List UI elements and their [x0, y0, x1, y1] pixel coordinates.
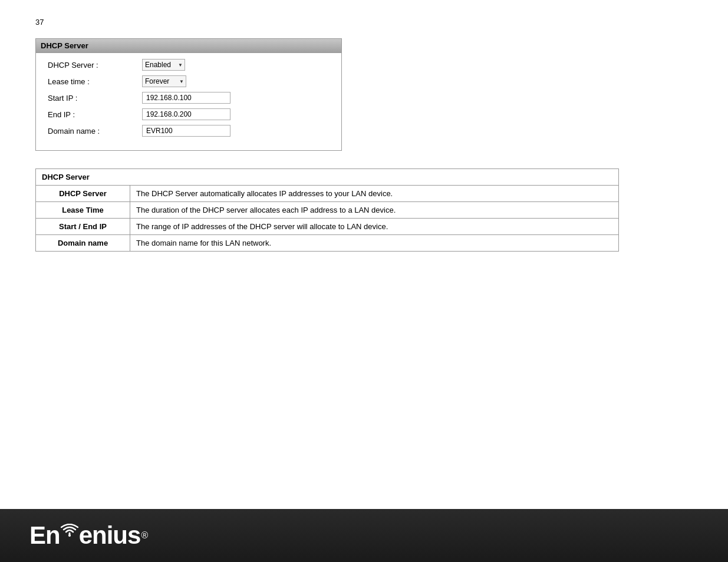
ref-term-1: Lease Time — [36, 202, 130, 219]
ref-desc-3: The domain name for this LAN network. — [130, 235, 619, 252]
start-ip-input[interactable] — [142, 92, 230, 104]
logo-text-2: enius — [79, 521, 141, 550]
start-ip-row: Start IP : — [48, 92, 330, 104]
ref-term-2: Start / End IP — [36, 219, 130, 235]
ref-table-header-row: DHCP Server — [36, 169, 619, 186]
ref-table-row-3: Domain name The domain name for this LAN… — [36, 235, 619, 252]
lease-time-value: Forever 1 Hour 2 Hours 12 Hours 1 Day — [142, 75, 186, 87]
footer: En enius ® — [0, 509, 728, 562]
domain-name-row: Domain name : — [48, 125, 330, 137]
dhcp-server-select-wrapper[interactable]: Enabled Disabled — [142, 59, 185, 71]
wifi-svg — [61, 524, 78, 537]
start-ip-value — [142, 92, 230, 104]
logo-text: En — [29, 521, 60, 550]
domain-name-input[interactable] — [142, 125, 230, 137]
svg-point-0 — [68, 534, 71, 537]
dhcp-server-select[interactable]: Enabled Disabled — [142, 59, 185, 71]
lease-time-row: Lease time : Forever 1 Hour 2 Hours 12 H… — [48, 75, 330, 87]
ref-desc-1: The duration of the DHCP server allocate… — [130, 202, 619, 219]
end-ip-label: End IP : — [48, 110, 142, 119]
end-ip-input[interactable] — [142, 108, 230, 120]
dhcp-server-label: DHCP Server : — [48, 61, 142, 70]
page-number: 37 — [35, 18, 44, 27]
ref-term-3: Domain name — [36, 235, 130, 252]
registered-symbol: ® — [141, 530, 148, 541]
ref-table-row-1: Lease Time The duration of the DHCP serv… — [36, 202, 619, 219]
config-panel-header: DHCP Server — [36, 39, 341, 53]
end-ip-row: End IP : — [48, 108, 330, 120]
config-panel: DHCP Server DHCP Server : Enabled Disabl… — [35, 38, 342, 151]
main-content: DHCP Server DHCP Server : Enabled Disabl… — [35, 38, 693, 252]
wifi-icon — [61, 524, 78, 537]
logo-container: En enius ® — [29, 521, 148, 550]
ref-table-row-2: Start / End IP The range of IP addresses… — [36, 219, 619, 235]
ref-term-0: DHCP Server — [36, 186, 130, 202]
domain-name-value — [142, 125, 230, 137]
ref-table-header: DHCP Server — [36, 169, 619, 186]
dhcp-server-value: Enabled Disabled — [142, 59, 185, 71]
config-panel-body: DHCP Server : Enabled Disabled Lease tim… — [36, 53, 341, 150]
lease-time-label: Lease time : — [48, 77, 142, 86]
dhcp-server-row: DHCP Server : Enabled Disabled — [48, 59, 330, 71]
lease-time-select[interactable]: Forever 1 Hour 2 Hours 12 Hours 1 Day — [142, 75, 186, 87]
end-ip-value — [142, 108, 230, 120]
ref-desc-0: The DHCP Server automatically allocates … — [130, 186, 619, 202]
reference-table: DHCP Server DHCP Server The DHCP Server … — [35, 168, 619, 252]
start-ip-label: Start IP : — [48, 94, 142, 103]
lease-time-select-wrapper[interactable]: Forever 1 Hour 2 Hours 12 Hours 1 Day — [142, 75, 186, 87]
ref-desc-2: The range of IP addresses of the DHCP se… — [130, 219, 619, 235]
domain-name-label: Domain name : — [48, 127, 142, 135]
ref-table-row-0: DHCP Server The DHCP Server automaticall… — [36, 186, 619, 202]
